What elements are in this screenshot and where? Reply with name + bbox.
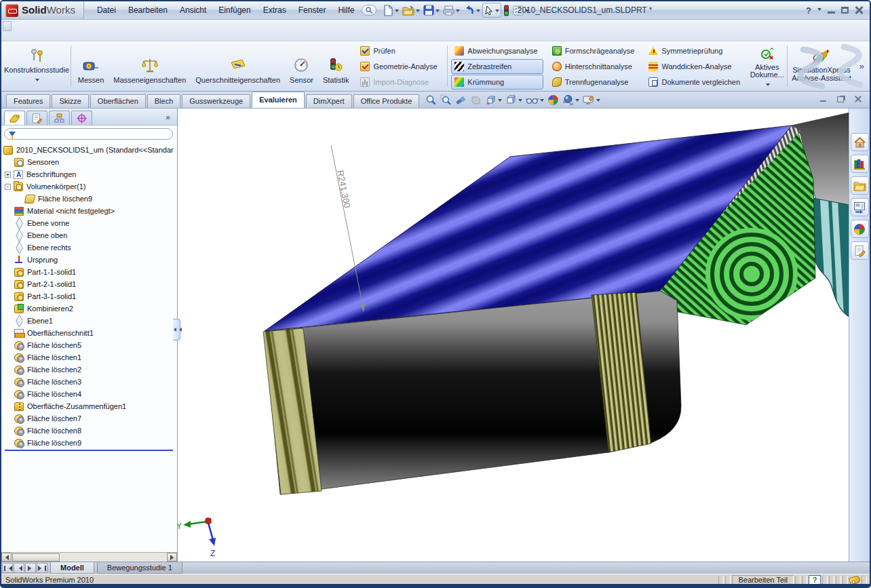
tree-item-beschriftungen[interactable]: +Beschriftungen [3, 168, 177, 180]
formschraegeanalyse-button[interactable]: Formschrägeanalyse [549, 43, 640, 58]
tab-configurationmanager[interactable] [49, 111, 70, 125]
tree-item-flaeche-loeschen1[interactable]: Fläche löschen1 [3, 351, 177, 364]
tree-item-flaeche-loeschen2[interactable]: Fläche löschen2 [3, 364, 177, 376]
child-close-button[interactable] [855, 96, 862, 102]
help-dropdown-caret[interactable] [817, 8, 821, 13]
edit-appearance-button[interactable] [547, 94, 560, 106]
konstruktionsstudie-caret[interactable] [35, 79, 39, 83]
menu-item-hilfe[interactable]: Hilfe [332, 3, 360, 18]
konstruktionsstudie-button[interactable]: Konstruktionsstudie [4, 43, 69, 90]
tree-item-oberflaeche-zusammenfuegen1[interactable]: Oberfläche-Zusammenfügen1 [3, 400, 177, 412]
help-button[interactable]: ? [806, 5, 811, 16]
tree-item-ebene-rechts[interactable]: Ebene rechts [3, 241, 177, 254]
tree-item-part-1-1-solid1[interactable]: Part-1-1-solid1 [3, 266, 177, 278]
view-orientation-button[interactable] [484, 94, 503, 106]
dropdown-caret[interactable] [416, 9, 420, 14]
quick-tips-help-button[interactable]: ? [809, 575, 821, 585]
statistik-button[interactable]: Statistik [323, 58, 349, 84]
tab-propertymanager[interactable] [26, 111, 47, 125]
tab-dimxpertmanager[interactable] [71, 111, 92, 125]
dropdown-caret[interactable] [456, 9, 460, 14]
dropdown-caret[interactable] [436, 9, 440, 14]
tree-item-ebene-vorne[interactable]: Ebene vorne [3, 217, 177, 229]
last-tab-button[interactable] [37, 563, 47, 573]
tree-item-flaeche-loeschen9-body[interactable]: Fläche löschen9 [3, 193, 177, 205]
expand-toggle[interactable]: - [5, 184, 11, 190]
menu-item-fenster[interactable]: Fenster [292, 3, 332, 18]
dropdown-caret[interactable] [498, 99, 502, 104]
tree-item-flaeche-loeschen4[interactable]: Fläche löschen4 [3, 388, 177, 400]
geometrie-analyse-button[interactable]: Geometrie-Analyse [357, 59, 442, 74]
model-canvas[interactable]: R241,300 Y Z [178, 109, 870, 562]
tab-evaluieren[interactable]: Evaluieren [252, 92, 305, 108]
new-document-button[interactable] [382, 3, 400, 18]
zebrastreifen-button[interactable]: Zebrastreifen [451, 59, 543, 74]
child-restore-button[interactable] [837, 96, 844, 102]
tree-horizontal-scrollbar[interactable] [1, 552, 177, 562]
dokumente-vergleichen-button[interactable]: Dokumente vergleichen [645, 75, 746, 90]
tab-office-produkte[interactable]: Office Produkte [353, 94, 420, 108]
panel-overflow-button[interactable]: » [161, 113, 174, 125]
scroll-right-button[interactable] [167, 553, 177, 562]
tab-featuremanager-tree[interactable] [4, 111, 25, 125]
file-explorer-button[interactable] [851, 176, 869, 195]
tree-item-part-3-1-solid1[interactable]: Part-3-1-solid1 [3, 290, 177, 302]
scrollbar-thumb[interactable] [12, 553, 60, 562]
rollback-bar[interactable] [5, 450, 173, 451]
kruemmung-button[interactable]: Krümmung [451, 75, 543, 90]
close-button[interactable] [855, 6, 863, 14]
menu-item-bearbeiten[interactable]: Bearbeiten [122, 3, 174, 18]
first-tab-button[interactable] [2, 563, 13, 573]
tree-item-flaeche-loeschen5[interactable]: Fläche löschen5 [3, 339, 177, 351]
menu-item-datei[interactable]: Datei [91, 3, 122, 18]
symmetriepruefung-button[interactable]: Symmetrieprüfung [645, 43, 746, 58]
hide-show-items-button[interactable] [525, 94, 545, 106]
hinterschnittanalyse-button[interactable]: Hinterschnittanalyse [549, 59, 640, 74]
dropdown-caret[interactable] [395, 9, 399, 14]
tab-bewegungsstudie-1[interactable]: Bewegungsstudie 1 [97, 562, 182, 574]
tab-oberflaechen[interactable]: Oberflächen [90, 94, 146, 108]
tree-item-sensoren[interactable]: Sensoren [3, 156, 177, 168]
expand-toggle[interactable]: + [5, 172, 11, 178]
appearances-scenes-button[interactable] [851, 220, 869, 238]
tab-skizze[interactable]: Skizze [52, 94, 88, 108]
previous-view-button[interactable] [454, 94, 467, 106]
tree-item-flaeche-loeschen3[interactable]: Fläche löschen3 [3, 376, 177, 388]
graphics-viewport[interactable]: R241,300 Y Z [178, 109, 870, 562]
design-library-button[interactable] [851, 155, 869, 173]
pruefen-button[interactable]: Prüfen [357, 43, 442, 58]
abweichungsanalyse-button[interactable]: Abweichungsanalyse [451, 43, 543, 58]
dropdown-caret[interactable] [518, 99, 522, 104]
child-minimize-button[interactable] [820, 96, 826, 102]
tab-dimxpert[interactable]: DimXpert [306, 94, 352, 108]
maximize-button[interactable] [841, 7, 849, 14]
view-settings-button[interactable] [582, 94, 601, 106]
tree-item-ebene1[interactable]: Ebene1 [3, 315, 177, 327]
zoom-to-fit-button[interactable] [425, 94, 438, 106]
tree-item-kombinieren2[interactable]: Kombinieren2 [3, 302, 177, 315]
aktives-dokument-caret[interactable] [766, 83, 770, 88]
tree-item-root[interactable]: 2010_NECKSOLIDS1_um (Standard<<Standar [3, 144, 177, 156]
apply-scene-button[interactable] [562, 94, 580, 106]
next-tab-button[interactable] [25, 563, 36, 573]
menu-item-ansicht[interactable]: Ansicht [174, 3, 212, 18]
previous-tab-button[interactable] [14, 563, 24, 573]
tree-item-flaeche-loeschen7[interactable]: Fläche löschen7 [3, 412, 177, 425]
tree-filter-input[interactable] [4, 128, 173, 140]
tags-icon[interactable] [849, 574, 862, 585]
dropdown-caret[interactable] [540, 99, 544, 104]
tree-item-ebene-oben[interactable]: Ebene oben [3, 229, 177, 241]
ribbon-overflow-button[interactable]: » [855, 61, 868, 71]
minimize-button[interactable] [828, 7, 835, 14]
tab-gusswerkzeuge[interactable]: Gusswerkzeuge [182, 94, 250, 108]
scroll-left-button[interactable] [1, 553, 12, 562]
aktives-dokument-button[interactable]: Aktives Dokume... [748, 43, 786, 90]
simulationxpress-button[interactable]: SimulationXpress Analyse-Assistent [789, 43, 854, 90]
tree-item-volumenkoerper[interactable]: -Volumenkörper(1) [3, 180, 177, 193]
open-button[interactable] [401, 3, 421, 18]
save-button[interactable] [422, 3, 441, 18]
custom-properties-button[interactable] [851, 241, 869, 260]
tab-modell[interactable]: Modell [50, 562, 94, 574]
tree-item-part-2-1-solid1[interactable]: Part-2-1-solid1 [3, 278, 177, 290]
tree-item-flaeche-loeschen9[interactable]: Fläche löschen9 [3, 437, 177, 449]
